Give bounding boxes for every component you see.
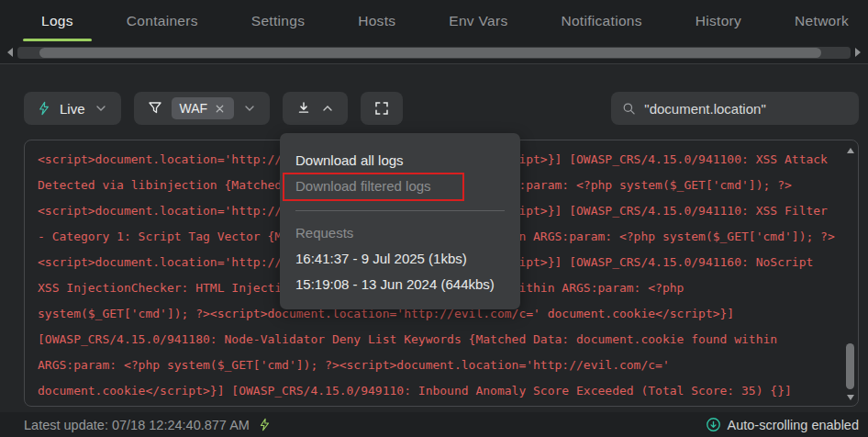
arrow-down-circle-icon — [706, 417, 721, 432]
autoscroll-label: Auto-scrolling enabled — [728, 418, 859, 432]
chevron-up-icon — [320, 101, 335, 116]
filter-button[interactable]: WAF — [134, 92, 271, 125]
remove-filter-icon[interactable] — [214, 103, 226, 115]
live-mode-button[interactable]: Live — [24, 92, 121, 125]
scroll-up-arrow-icon[interactable] — [847, 148, 854, 153]
chevron-down-icon — [242, 101, 257, 116]
live-mode-label: Live — [60, 101, 85, 117]
tab-env-vars-label: Env Vars — [449, 13, 507, 28]
scrollbar-track[interactable] — [17, 47, 851, 59]
tab-settings[interactable]: Settings — [233, 0, 323, 41]
download-icon — [295, 100, 312, 117]
log-line: [OWASP_CRS/4.15.0/941180: Node-Validator… — [38, 327, 845, 353]
status-bar: Latest update: 07/18 12:24:40.877 AM Aut… — [0, 412, 868, 437]
log-line: document.cookie</script>}] [OWASP_CRS/4.… — [38, 378, 845, 404]
download-menu: Download all logs Download filtered logs… — [280, 133, 520, 309]
search-icon — [622, 101, 636, 117]
menu-item-request-1[interactable]: 16:41:37 - 9 Jul 2025 (1kbs) — [280, 246, 520, 272]
tab-settings-label: Settings — [251, 13, 305, 28]
scrollbar-thumb[interactable] — [39, 48, 821, 58]
header: Logs Containers Settings Hosts Env Vars … — [0, 0, 868, 64]
menu-divider — [295, 210, 505, 211]
chevron-down-icon — [94, 101, 108, 116]
search-input[interactable] — [644, 101, 848, 117]
scroll-down-arrow-icon[interactable] — [847, 395, 854, 400]
tab-logs[interactable]: Logs — [23, 0, 92, 41]
tab-logs-label: Logs — [41, 13, 73, 28]
tab-env-vars[interactable]: Env Vars — [430, 0, 526, 41]
log-line: ARGS:param: <?php system($_GET['cmd']); … — [38, 353, 845, 378]
tab-hosts-label: Hosts — [358, 13, 395, 28]
menu-item-download-filtered-logs[interactable]: Download filtered logs — [280, 174, 520, 199]
download-logs-button[interactable] — [283, 92, 348, 125]
tab-notifications-label: Notifications — [561, 13, 641, 28]
tab-containers[interactable]: Containers — [108, 0, 217, 41]
latest-update-text: Latest update: 07/18 12:24:40.877 AM — [24, 418, 250, 432]
tab-network[interactable]: Network — [776, 0, 867, 41]
log-vertical-scrollbar[interactable] — [845, 142, 856, 404]
tab-containers-label: Containers — [127, 13, 198, 28]
autoscroll-status: Auto-scrolling enabled — [706, 417, 859, 432]
scroll-right-arrow-icon[interactable] — [855, 48, 861, 57]
search-box[interactable] — [611, 92, 859, 125]
lightning-icon — [258, 418, 272, 431]
tabs-horizontal-scrollbar[interactable] — [0, 41, 868, 63]
lightning-icon — [37, 101, 51, 116]
tab-history[interactable]: History — [677, 0, 760, 41]
menu-item-request-2[interactable]: 15:19:08 - 13 Jun 2024 (644kbs) — [280, 272, 520, 297]
scrollbar-thumb[interactable] — [846, 343, 854, 389]
fullscreen-icon — [373, 100, 390, 117]
menu-section-requests: Requests — [280, 220, 520, 246]
funnel-icon — [147, 100, 163, 117]
tab-history-label: History — [696, 13, 741, 28]
filter-tag-waf[interactable]: WAF — [172, 97, 235, 119]
filter-tag-label: WAF — [180, 101, 208, 116]
tab-network-label: Network — [795, 13, 849, 28]
fullscreen-button[interactable] — [361, 92, 403, 125]
scroll-left-arrow-icon[interactable] — [7, 48, 13, 57]
menu-item-download-all-logs[interactable]: Download all logs — [280, 148, 520, 174]
tab-bar: Logs Containers Settings Hosts Env Vars … — [0, 0, 868, 41]
tab-notifications[interactable]: Notifications — [542, 0, 660, 41]
tab-hosts[interactable]: Hosts — [339, 0, 414, 41]
toolbar: Live WAF — [24, 92, 859, 125]
